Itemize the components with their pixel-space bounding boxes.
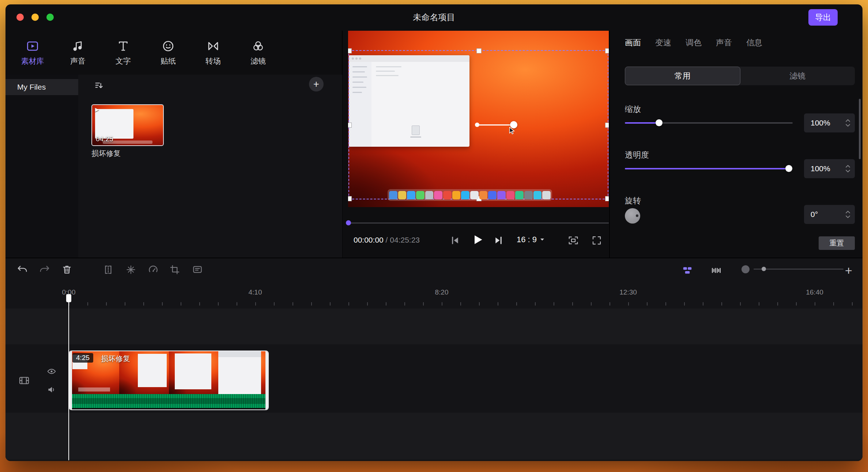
trash-icon [61,264,72,275]
segment-common[interactable]: 常用 [625,67,740,85]
rotate-anchor-handle[interactable] [475,123,479,127]
rotation-value-field[interactable]: 0° [804,205,855,224]
tab-media-library[interactable]: 素材库 [14,35,51,78]
tab-speed[interactable]: 变速 [655,37,671,48]
tab-color[interactable]: 调色 [686,37,702,48]
rotation-knob[interactable] [625,208,640,224]
scale-value-field[interactable]: 100% [804,113,855,132]
clip-trim-handle-left[interactable] [69,351,72,409]
time-total: 04:25:23 [390,236,420,244]
opacity-slider[interactable] [625,168,793,169]
thumbnail-window [95,109,133,139]
redo-button[interactable] [39,264,50,275]
speed-button[interactable] [148,264,159,275]
tab-picture[interactable]: 画面 [625,37,641,48]
dock-icon [497,191,506,199]
tab-label: 贴纸 [161,56,176,66]
time-current: 00:00:00 [354,236,384,244]
track-visibility-toggle[interactable] [47,367,56,376]
seek-handle[interactable] [346,220,351,225]
resize-handle[interactable] [348,123,352,128]
dock-icon [506,191,515,199]
clip-trim-handle-right[interactable] [265,351,268,409]
tab-sticker[interactable]: 贴纸 [150,35,186,78]
split-button[interactable] [103,264,114,275]
timeline-clip[interactable]: 4:25 损坏修复 [69,351,269,410]
media-library-icon [26,40,39,53]
tab-text[interactable]: 文字 [105,35,141,78]
zoom-out-button[interactable] [741,265,750,273]
tab-label: 声音 [70,56,86,66]
next-frame-button[interactable] [493,235,504,246]
stepper[interactable] [845,159,850,178]
knob-indicator [636,214,638,217]
inspector-scrollbar[interactable] [859,99,861,159]
preview-seek-bar[interactable] [348,222,609,224]
tab-audio[interactable]: 声音 [60,35,96,78]
project-title: 未命名项目 [5,12,863,23]
add-media-button[interactable]: + [309,77,324,91]
tab-transition[interactable]: 转场 [195,35,231,78]
track-mute-toggle[interactable] [47,385,56,394]
resize-handle[interactable] [605,196,609,201]
stepper[interactable] [845,205,850,224]
plus-icon: + [845,263,852,277]
sort-button[interactable] [94,80,104,91]
zoom-fit-toggle[interactable] [711,265,722,276]
scale-value: 100% [811,119,830,127]
track-view-toggle[interactable] [682,265,693,276]
tab-label: 文字 [116,56,131,66]
previous-frame-icon [449,235,460,246]
aspect-ratio-dropdown[interactable]: 16 : 9 [517,235,545,244]
zoom-slider-thumb[interactable] [762,267,766,271]
crop-button[interactable] [169,264,180,275]
segment-filter[interactable]: 滤镜 [740,67,855,85]
media-item-card[interactable]: ▶ 04:25 [91,104,164,146]
play-button[interactable] [471,233,484,247]
previous-frame-button[interactable] [449,235,460,246]
timeline-zoom-slider[interactable] [754,269,844,270]
sidebar-item-my-files[interactable]: My Files [5,79,78,95]
dock [388,189,552,201]
canvas-fit-button[interactable] [568,235,579,246]
reset-button[interactable]: 重置 [819,236,855,250]
speaker-icon [47,385,56,394]
dock-icon [461,191,469,199]
timeline-ruler[interactable] [69,302,863,306]
freeze-frame-button[interactable] [125,264,136,275]
empty-track-lane [5,413,863,460]
export-button[interactable]: 导出 [808,9,838,26]
resize-handle[interactable] [605,48,609,53]
annotation-button[interactable] [192,264,203,275]
scale-slider-thumb[interactable] [656,119,663,126]
tab-filter[interactable]: 滤镜 [240,35,276,78]
scale-label: 缩放 [625,104,641,115]
resize-handle[interactable] [476,48,482,53]
delete-button[interactable] [61,264,72,275]
opacity-slider-thumb[interactable] [785,165,792,172]
resize-handle[interactable] [348,196,352,201]
tab-info[interactable]: 信息 [746,37,762,48]
panel-divider [609,31,610,258]
opacity-value-field[interactable]: 100% [804,159,855,178]
stepper[interactable] [845,113,850,132]
scale-slider[interactable] [625,122,793,124]
undo-button[interactable] [17,264,28,275]
zoom-in-button[interactable]: + [845,263,852,278]
fullscreen-button[interactable] [591,235,602,246]
text-icon [117,40,130,53]
preview-canvas[interactable] [348,31,609,207]
playhead-line[interactable] [68,296,69,460]
stepper-up-icon [845,119,850,122]
tab-label: 滤镜 [250,56,266,66]
rotation-value: 0° [811,210,818,219]
dock-icon [425,191,434,199]
chevron-down-icon [540,238,545,241]
media-duration: 04:25 [96,135,113,143]
tab-sound[interactable]: 声音 [716,37,732,48]
resize-handle[interactable] [605,123,609,128]
dock-icon [524,191,533,199]
resize-handle[interactable] [348,48,352,53]
split-icon [103,264,114,275]
playhead-handle[interactable] [66,294,71,302]
